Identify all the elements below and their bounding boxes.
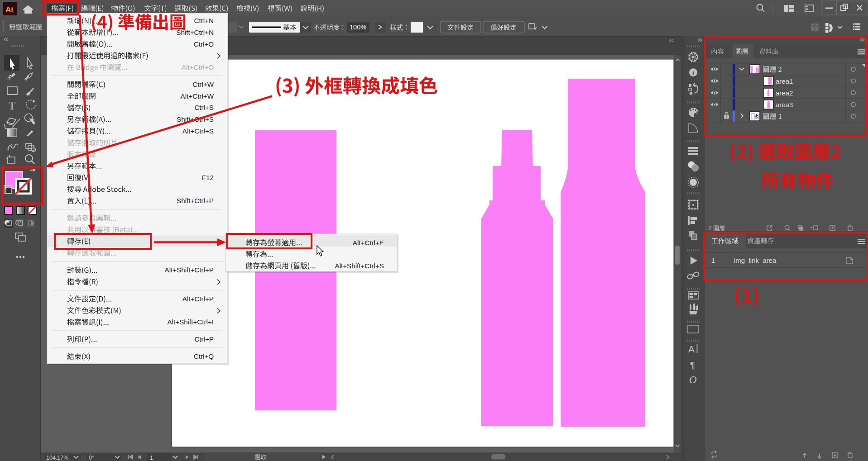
svg-text:F12: F12 <box>202 174 214 181</box>
svg-text:Alt+Ctrl+W: Alt+Ctrl+W <box>181 92 214 100</box>
svg-text:i: i <box>692 69 694 76</box>
svg-text:img_link_area: img_link_area <box>734 257 777 264</box>
svg-text:Ai: Ai <box>5 5 13 14</box>
svg-text:1: 1 <box>711 257 715 264</box>
svg-text:¶: ¶ <box>690 360 695 370</box>
svg-text:area3: area3 <box>776 101 793 109</box>
svg-text:Ctrl+O: Ctrl+O <box>194 40 214 48</box>
svg-text:Alt+Ctrl+S: Alt+Ctrl+S <box>182 127 214 135</box>
svg-text:Alt+Ctrl+P: Alt+Ctrl+P <box>182 295 214 303</box>
svg-text:0°: 0° <box>89 455 94 461</box>
svg-text:Alt+Shift+Ctrl+I: Alt+Shift+Ctrl+I <box>167 318 214 326</box>
svg-text:Ctrl+N: Ctrl+N <box>194 17 214 24</box>
svg-text:Ctrl+P: Ctrl+P <box>194 335 214 343</box>
svg-text:Shift+Ctrl+P: Shift+Ctrl+P <box>177 197 214 204</box>
svg-text:Alt+Ctrl+O: Alt+Ctrl+O <box>182 63 214 71</box>
svg-text:104.17%: 104.17% <box>46 455 68 461</box>
svg-text:A: A <box>688 344 695 354</box>
svg-text:T: T <box>9 100 15 112</box>
svg-text:Ctrl+W: Ctrl+W <box>192 81 214 88</box>
svg-text:Alt+Ctrl+E: Alt+Ctrl+E <box>353 239 384 247</box>
svg-text:Shift+Ctrl+N: Shift+Ctrl+N <box>176 29 214 36</box>
svg-text:area1: area1 <box>776 77 793 85</box>
svg-text:1: 1 <box>150 455 153 461</box>
svg-text:100%: 100% <box>350 24 366 31</box>
svg-text:Alt+Shift+Ctrl+S: Alt+Shift+Ctrl+S <box>335 262 384 270</box>
svg-text:Ctrl+S: Ctrl+S <box>194 104 214 111</box>
svg-text:Alt+Shift+Ctrl+P: Alt+Shift+Ctrl+P <box>165 266 214 274</box>
svg-text:Ctrl+Q: Ctrl+Q <box>194 352 214 360</box>
svg-text:area2: area2 <box>776 89 793 97</box>
svg-text:O: O <box>689 374 697 385</box>
